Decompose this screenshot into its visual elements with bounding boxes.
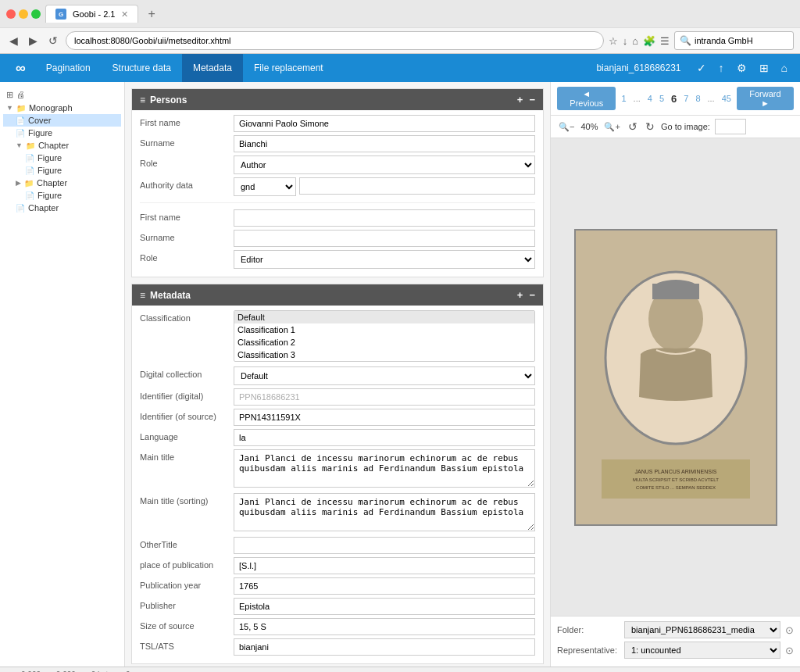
page-45[interactable]: 45 (720, 93, 734, 104)
sidebar-expand-icon[interactable]: ⊞ (6, 90, 13, 100)
digital-collection-select[interactable]: Default (234, 366, 535, 385)
download-icon[interactable]: ↓ (623, 35, 628, 47)
page-5[interactable]: 5 (657, 93, 666, 104)
main-title-row: Main title Jani Planci de incessu marino… (140, 449, 535, 490)
sidebar-item-figure1[interactable]: 📄 Figure (3, 127, 121, 139)
sidebar-print-icon[interactable]: 🖨 (16, 90, 25, 100)
place-input[interactable] (234, 557, 535, 574)
goto-input[interactable] (715, 119, 746, 134)
close-tab-icon[interactable]: ✕ (121, 9, 128, 20)
role2-select[interactable]: Author Editor Translator (234, 250, 535, 269)
language-input[interactable] (234, 429, 535, 446)
structure-data-tab[interactable]: Structure data (102, 54, 182, 82)
folder-select[interactable]: bianjani_PPN618686231_media (624, 621, 780, 638)
save-icon[interactable]: ✓ (691, 62, 712, 74)
authority-id-input[interactable] (299, 177, 535, 195)
home-icon[interactable]: ⌂ (632, 35, 638, 47)
zoom-in-button[interactable]: 🔍+ (602, 120, 621, 134)
place-row: place of publication (140, 557, 535, 574)
back-button[interactable]: ◀ (6, 33, 21, 48)
rotate-right-button[interactable]: ↻ (644, 119, 656, 134)
sidebar-item-cover[interactable]: 📄 Cover (3, 114, 121, 127)
tab-favicon: G (55, 9, 66, 20)
file-icon-figure2: 📄 (25, 154, 34, 163)
sidebar-item-figure4[interactable]: 📄 Figure (3, 189, 121, 202)
pub-year-label: Publication year (140, 577, 234, 590)
other-title-input[interactable] (234, 537, 535, 554)
refresh-button[interactable]: ↺ (45, 33, 61, 48)
pagination-tab[interactable]: Pagination (35, 54, 102, 82)
publisher-input[interactable] (234, 598, 535, 615)
sidebar-item-figure3[interactable]: 📄 Figure (3, 164, 121, 177)
surname2-input[interactable] (234, 230, 535, 247)
upload-icon[interactable]: ↑ (712, 62, 730, 74)
zoom-level: 40% (580, 122, 598, 131)
home-app-icon[interactable]: ⌂ (775, 62, 794, 74)
metadata-title: Metadata (150, 290, 191, 301)
sidebar-item-chapter3[interactable]: 📄 Chapter (3, 202, 121, 214)
metadata-collapse-icon[interactable]: − (529, 289, 535, 301)
tree-toggle-chapter2[interactable]: ▶ (16, 179, 21, 187)
extension-icon[interactable]: 🧩 (643, 35, 655, 47)
classification-listbox[interactable]: Default Classification 1 Classification … (234, 310, 535, 362)
page-8[interactable]: 8 (693, 93, 702, 104)
persons-panel: ≡ Persons + − First name Surname (131, 88, 544, 277)
size-input[interactable] (234, 618, 535, 635)
new-tab-button[interactable]: + (143, 7, 159, 21)
authority-select[interactable]: gnd viaf lc (234, 177, 296, 196)
minimize-dot[interactable] (19, 9, 28, 19)
tree-toggle-chapter1[interactable]: ▼ (16, 141, 23, 149)
sidebar-item-chapter2[interactable]: ▶ 📁 Chapter (3, 177, 121, 189)
metadata-add-icon[interactable]: + (517, 289, 523, 301)
page-4[interactable]: 4 (645, 93, 655, 104)
folder-action-icon[interactable]: ⊙ (785, 624, 794, 636)
first-name2-input[interactable] (234, 209, 535, 227)
maximize-dot[interactable] (31, 9, 41, 19)
representative-select[interactable]: 1: uncounted (624, 642, 780, 659)
search-input[interactable] (695, 36, 788, 45)
tsl-input[interactable] (234, 638, 535, 656)
forward-button[interactable]: Forward ► (737, 87, 794, 110)
page-1[interactable]: 1 (619, 93, 628, 104)
role-select[interactable]: Author Editor Translator (234, 155, 535, 174)
classification-value: Default Classification 1 Classification … (234, 310, 535, 362)
forward-button[interactable]: ▶ (26, 33, 41, 48)
sidebar-label-chapter1: Chapter (38, 141, 69, 150)
persons-collapse-icon[interactable]: − (529, 94, 535, 105)
sidebar-item-figure2[interactable]: 📄 Figure (3, 152, 121, 164)
sidebar-item-chapter1[interactable]: ▼ 📁 Chapter (3, 139, 121, 152)
browser-tab[interactable]: G Goobi - 2.1 ✕ (45, 5, 138, 23)
rotate-left-button[interactable]: ↺ (627, 119, 639, 134)
settings-icon[interactable]: ⚙ (730, 62, 753, 74)
image-meta: Folder: bianjani_PPN618686231_media ⊙ Re… (551, 616, 800, 667)
identifier-source-input[interactable] (234, 409, 535, 426)
main-title-textarea[interactable]: Jani Planci de incessu marinorum echinor… (234, 449, 535, 488)
previous-button[interactable]: ◄ Previous (557, 87, 616, 110)
role2-row: Role Author Editor Translator (140, 250, 535, 269)
identifier-digital-input[interactable] (234, 388, 535, 406)
menu-icon[interactable]: ☰ (660, 35, 670, 47)
first-name-input[interactable] (234, 115, 535, 132)
zoom-out-button[interactable]: 🔍− (557, 120, 576, 134)
metadata-tab[interactable]: Metadata (182, 54, 243, 82)
grid-icon[interactable]: ⊞ (753, 62, 775, 74)
surname-input[interactable] (234, 135, 535, 152)
persons-add-icon[interactable]: + (517, 94, 523, 105)
page-6-current[interactable]: 6 (669, 92, 679, 105)
pub-year-input[interactable] (234, 577, 535, 595)
main-title-sorting-textarea[interactable]: Jani Planci de incessu marinorum echinor… (234, 493, 535, 531)
sidebar-item-monograph[interactable]: ▼ 📁 Monograph (3, 102, 121, 114)
representative-label: Representative: (557, 645, 620, 655)
svg-text:MULTA SCRIPSIT ET SCRIBD ACVTE: MULTA SCRIPSIT ET SCRIBD ACVTELT (633, 477, 719, 482)
representative-action-icon[interactable]: ⊙ (785, 645, 794, 656)
page-7[interactable]: 7 (681, 93, 691, 104)
address-bar[interactable] (66, 31, 604, 50)
close-dot[interactable] (6, 9, 16, 19)
first-name2-label: First name (140, 209, 234, 222)
file-icon-figure4: 📄 (25, 191, 34, 200)
file-replacement-tab[interactable]: File replacement (243, 54, 334, 82)
bookmark-icon[interactable]: ☆ (609, 35, 618, 47)
tsl-label: TSL/ATS (140, 638, 234, 651)
browser-titlebar: G Goobi - 2.1 ✕ + (0, 0, 800, 27)
tree-toggle-monograph[interactable]: ▼ (6, 104, 13, 112)
